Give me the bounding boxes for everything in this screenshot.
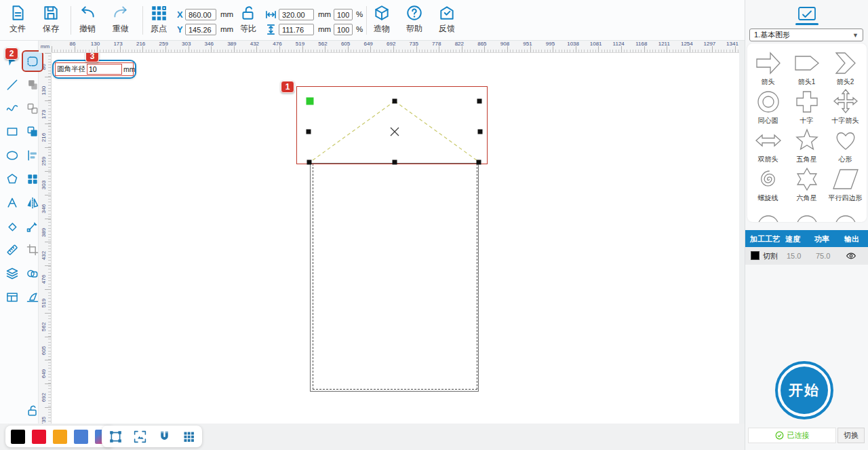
eraser-tool[interactable] — [3, 217, 22, 236]
process-row-cut[interactable]: 切割 15.0 75.0 — [745, 247, 868, 265]
polygon-tool[interactable] — [3, 170, 22, 189]
switch-device-button[interactable]: 切换 — [837, 428, 865, 443]
corner-radius-tooltip: 圆角半径 mm — [52, 60, 136, 79]
selection-handle-bottom-left[interactable] — [307, 160, 312, 165]
arrow1-shape-icon — [793, 50, 821, 77]
shape-item-heart[interactable]: 心形 — [826, 125, 865, 164]
feedback-button[interactable]: 反馈 — [431, 4, 463, 38]
frame-button[interactable] — [107, 428, 123, 445]
shape-item-next-row[interactable] — [826, 202, 865, 222]
y-coordinate-input[interactable] — [185, 24, 216, 35]
rounded-rect-tool[interactable] — [23, 52, 42, 71]
lock-toggle-tool[interactable] — [23, 401, 42, 420]
selection-handle-mid-left[interactable] — [307, 130, 311, 134]
parallelogram-icon — [832, 166, 859, 193]
create-button[interactable]: 造物 — [366, 4, 398, 38]
horizontal-ruler: 8613017321625930334638943247651956260564… — [52, 41, 739, 53]
anchor-handle-green[interactable] — [307, 98, 314, 105]
shape-category-dropdown[interactable]: 1.基本图形 ▼ — [749, 29, 863, 41]
height-percent-input[interactable] — [334, 24, 353, 35]
process-color-swatch[interactable] — [751, 251, 760, 260]
output-visibility-icon[interactable] — [846, 250, 856, 261]
rectangle-icon — [5, 125, 19, 138]
selection-handle-top-center[interactable] — [393, 99, 397, 104]
shape-item-concentric[interactable]: 同心圆 — [749, 86, 787, 125]
undo-button[interactable]: 撤销 — [71, 4, 104, 38]
rectangle-tool[interactable] — [3, 122, 22, 141]
file-button[interactable]: 文件 — [1, 4, 34, 38]
gallery-icon — [797, 5, 816, 22]
ellipse-tool[interactable] — [3, 146, 22, 165]
redo-label: 重做 — [113, 23, 129, 35]
node-edit-tool[interactable] — [23, 217, 42, 236]
curve-tool[interactable] — [3, 99, 22, 118]
ruler-unit-corner: mm — [39, 41, 52, 53]
height-percent-unit: % — [356, 25, 363, 33]
shape-item-cross[interactable]: 十字 — [787, 86, 826, 125]
corner-radius-input[interactable] — [87, 64, 122, 75]
layers-tool[interactable] — [3, 264, 22, 283]
line-tool[interactable] — [3, 75, 22, 94]
connected-check-icon — [775, 431, 784, 440]
selection-handle-bottom-right[interactable] — [477, 160, 481, 165]
origin-button[interactable]: 原点 — [142, 4, 175, 38]
shape-item-spiral[interactable]: 螺旋线 — [749, 164, 787, 202]
process-table: 加工工艺 速度 功率 输出 切割 15.0 75.0 — [745, 230, 868, 265]
snap-button[interactable] — [156, 428, 172, 445]
ungroup-tool[interactable] — [23, 99, 42, 118]
ellipse-icon — [5, 149, 19, 162]
shape-item-next-row[interactable] — [749, 202, 787, 222]
help-label: 帮助 — [406, 23, 422, 35]
width-percent-input[interactable] — [334, 9, 353, 20]
selection-handle-mid-right[interactable] — [478, 130, 483, 134]
x-coordinate-input[interactable] — [185, 9, 216, 20]
shape-item-parallelogram[interactable]: 平行四边形 — [826, 164, 865, 202]
width-percent-unit: % — [356, 10, 363, 18]
panel-tool[interactable] — [3, 288, 22, 307]
origin-icon — [150, 4, 167, 22]
text-tool[interactable] — [3, 193, 22, 212]
array-tool[interactable] — [23, 170, 42, 189]
selection-handle-top-right[interactable] — [477, 99, 482, 104]
shape-item-arrow2[interactable]: 箭头2 — [826, 48, 865, 86]
shape-item-star5[interactable]: 五角星 — [787, 125, 826, 164]
unlock-icon — [26, 404, 39, 417]
shape-item-double-arrow[interactable]: 双箭头 — [749, 125, 787, 164]
height-input[interactable] — [279, 24, 314, 35]
align-tool[interactable] — [23, 146, 42, 165]
start-button[interactable]: 开始 — [775, 361, 833, 419]
group-tool[interactable] — [23, 75, 42, 94]
array-grid-icon — [26, 172, 39, 186]
ruler-tool[interactable] — [3, 240, 22, 259]
grid-toggle-button[interactable] — [180, 428, 197, 445]
fit-view-button[interactable] — [132, 428, 148, 445]
shape-item-cross-arrow[interactable]: 十字箭头 — [826, 86, 865, 125]
x-coordinate-label: X — [177, 10, 183, 20]
width-input[interactable] — [279, 9, 314, 20]
arrow2-shape-icon — [832, 50, 859, 77]
help-button[interactable]: 帮助 — [398, 4, 431, 38]
color-palette — [5, 426, 115, 447]
shape-item-star6[interactable]: 六角星 — [787, 164, 826, 202]
boolean-tool[interactable] — [23, 122, 42, 141]
color-swatch-red[interactable] — [32, 430, 46, 444]
save-button[interactable]: 保存 — [35, 4, 67, 38]
cross-arrow-icon — [832, 88, 859, 115]
col-power: 功率 — [814, 233, 829, 244]
mirror-tool[interactable] — [23, 193, 42, 212]
eraser-icon — [5, 220, 19, 233]
shape-item-next-row[interactable] — [787, 202, 826, 222]
crop-tool[interactable] — [23, 240, 42, 259]
color-swatch-orange[interactable] — [53, 430, 67, 444]
redo-button[interactable]: 重做 — [104, 4, 137, 38]
feedback-icon — [438, 4, 456, 22]
ratio-lock-button[interactable]: 等比 — [232, 4, 264, 38]
bend-tool[interactable] — [23, 288, 42, 307]
color-swatch-black[interactable] — [11, 430, 25, 444]
shape-item-arrow[interactable]: 箭头 — [749, 48, 787, 86]
color-swatch-blue[interactable] — [74, 430, 88, 444]
shape-label: 双箭头 — [758, 155, 778, 164]
selection-handle-bottom-center[interactable] — [393, 160, 397, 165]
weld-tool[interactable] — [23, 264, 42, 283]
shape-item-arrow1[interactable]: 箭头1 — [787, 48, 826, 86]
